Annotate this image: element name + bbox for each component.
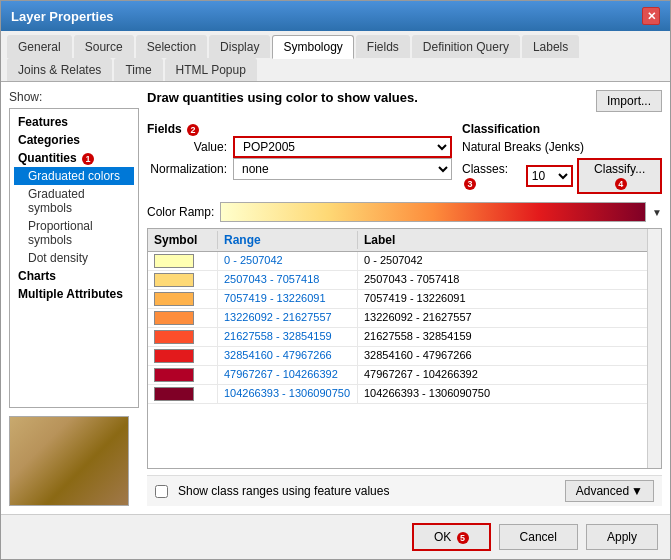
window-title: Layer Properties <box>11 9 114 24</box>
table-row[interactable]: 2507043 - 7057418 2507043 - 7057418 <box>148 271 647 290</box>
table-row[interactable]: 21627558 - 32854159 21627558 - 32854159 <box>148 328 647 347</box>
header-label: Label <box>358 231 647 249</box>
tree-item-features[interactable]: Features <box>14 113 134 131</box>
range-cell: 0 - 2507042 <box>218 252 358 270</box>
color-swatch <box>154 330 194 344</box>
main-content: Show: Features Categories Quantities 1 G… <box>1 82 670 514</box>
tab-definition-query[interactable]: Definition Query <box>412 35 520 58</box>
table-row[interactable]: 32854160 - 47967266 32854160 - 47967266 <box>148 347 647 366</box>
import-button[interactable]: Import... <box>596 90 662 112</box>
draw-title: Draw quantities using color to show valu… <box>147 90 418 105</box>
table-row[interactable]: 7057419 - 13226091 7057419 - 13226091 <box>148 290 647 309</box>
right-panel: Draw quantities using color to show valu… <box>147 90 662 506</box>
advanced-button[interactable]: Advanced ▼ <box>565 480 654 502</box>
tree-item-proportional-symbols[interactable]: Proportional symbols <box>14 217 134 249</box>
cancel-button[interactable]: Cancel <box>499 524 578 550</box>
label-cell: 32854160 - 47967266 <box>358 347 647 365</box>
table-body: 0 - 2507042 0 - 2507042 2507043 - 705741… <box>148 252 647 404</box>
symbol-cell <box>148 366 218 384</box>
color-swatch <box>154 349 194 363</box>
label-cell: 13226092 - 21627557 <box>358 309 647 327</box>
apply-button[interactable]: Apply <box>586 524 658 550</box>
range-cell: 13226092 - 21627557 <box>218 309 358 327</box>
advanced-dropdown-icon: ▼ <box>631 484 643 498</box>
classification-title: Classification <box>462 122 662 136</box>
classes-row: Classes: 3 10 Classify... 4 <box>462 158 662 194</box>
footer: OK 5 Cancel Apply <box>1 514 670 559</box>
badge-1: 1 <box>82 153 94 165</box>
table-wrapper: Symbol Range Label 0 - 2507042 0 - 25070… <box>147 228 662 469</box>
symbol-cell <box>148 328 218 346</box>
tree-item-multiple-attributes[interactable]: Multiple Attributes <box>14 285 134 303</box>
range-cell: 47967267 - 104266392 <box>218 366 358 384</box>
table-row[interactable]: 0 - 2507042 0 - 2507042 <box>148 252 647 271</box>
tree-item-categories[interactable]: Categories <box>14 131 134 149</box>
tab-time[interactable]: Time <box>114 58 162 81</box>
classes-select[interactable]: 10 <box>526 165 573 187</box>
header-symbol: Symbol <box>148 231 218 249</box>
tab-source[interactable]: Source <box>74 35 134 58</box>
symbol-cell <box>148 309 218 327</box>
color-swatch <box>154 368 194 382</box>
tab-joins-relates[interactable]: Joins & Relates <box>7 58 112 81</box>
close-button[interactable]: ✕ <box>642 7 660 25</box>
normalization-label: Normalization: <box>147 162 227 176</box>
color-swatch <box>154 254 194 268</box>
fields-classification-row: Fields 2 Value: POP2005 Normalization: n… <box>147 122 662 194</box>
tree-item-dot-density[interactable]: Dot density <box>14 249 134 267</box>
table-header: Symbol Range Label <box>148 229 647 252</box>
draw-header: Draw quantities using color to show valu… <box>147 90 662 112</box>
badge-4: 4 <box>615 178 627 190</box>
bottom-bar: Show class ranges using feature values A… <box>147 475 662 506</box>
tree-item-graduated-colors[interactable]: Graduated colors <box>14 167 134 185</box>
show-label: Show: <box>9 90 139 104</box>
symbol-cell <box>148 271 218 289</box>
tree-list: Features Categories Quantities 1 Graduat… <box>9 108 139 408</box>
value-select[interactable]: POP2005 <box>233 136 452 158</box>
range-cell: 2507043 - 7057418 <box>218 271 358 289</box>
tab-symbology[interactable]: Symbology <box>272 35 353 59</box>
ok-button[interactable]: OK 5 <box>412 523 491 551</box>
header-range: Range <box>218 231 358 249</box>
label-cell: 21627558 - 32854159 <box>358 328 647 346</box>
color-ramp-dropdown-icon[interactable]: ▼ <box>652 207 662 218</box>
normalization-select[interactable]: none <box>233 158 452 180</box>
label-cell: 0 - 2507042 <box>358 252 647 270</box>
show-class-checkbox[interactable] <box>155 485 168 498</box>
tab-bar: General Source Selection Display Symbolo… <box>1 31 670 82</box>
color-swatch <box>154 292 194 306</box>
tab-html-popup[interactable]: HTML Popup <box>165 58 257 81</box>
fields-section-title: Fields 2 <box>147 122 452 136</box>
symbol-table: Symbol Range Label 0 - 2507042 0 - 25070… <box>148 229 647 468</box>
tab-fields[interactable]: Fields <box>356 35 410 58</box>
value-label: Value: <box>147 140 227 154</box>
title-bar: Layer Properties ✕ <box>1 1 670 31</box>
tree-item-quantities[interactable]: Quantities 1 <box>14 149 134 167</box>
label-cell: 7057419 - 13226091 <box>358 290 647 308</box>
symbol-cell <box>148 347 218 365</box>
fields-section: Fields 2 Value: POP2005 Normalization: n… <box>147 122 452 180</box>
range-cell: 7057419 - 13226091 <box>218 290 358 308</box>
label-cell: 2507043 - 7057418 <box>358 271 647 289</box>
classification-section: Classification Natural Breaks (Jenks) Cl… <box>462 122 662 194</box>
scrollbar[interactable] <box>647 229 661 468</box>
tab-display[interactable]: Display <box>209 35 270 58</box>
tab-selection[interactable]: Selection <box>136 35 207 58</box>
map-preview <box>9 416 129 506</box>
tree-item-graduated-symbols[interactable]: Graduated symbols <box>14 185 134 217</box>
tab-labels[interactable]: Labels <box>522 35 579 58</box>
classify-button[interactable]: Classify... 4 <box>577 158 662 194</box>
tab-general[interactable]: General <box>7 35 72 58</box>
color-swatch <box>154 273 194 287</box>
symbol-cell <box>148 252 218 270</box>
symbol-cell <box>148 290 218 308</box>
table-row[interactable]: 13226092 - 21627557 13226092 - 21627557 <box>148 309 647 328</box>
table-row[interactable]: 47967267 - 104266392 47967267 - 10426639… <box>148 366 647 385</box>
range-cell: 21627558 - 32854159 <box>218 328 358 346</box>
badge-3: 3 <box>464 178 476 190</box>
table-row[interactable]: 104266393 - 1306090750 104266393 - 13060… <box>148 385 647 404</box>
color-ramp-row: Color Ramp: ▼ <box>147 202 662 222</box>
classes-label: Classes: 3 <box>462 162 522 190</box>
tree-item-charts[interactable]: Charts <box>14 267 134 285</box>
color-ramp-preview[interactable] <box>220 202 646 222</box>
